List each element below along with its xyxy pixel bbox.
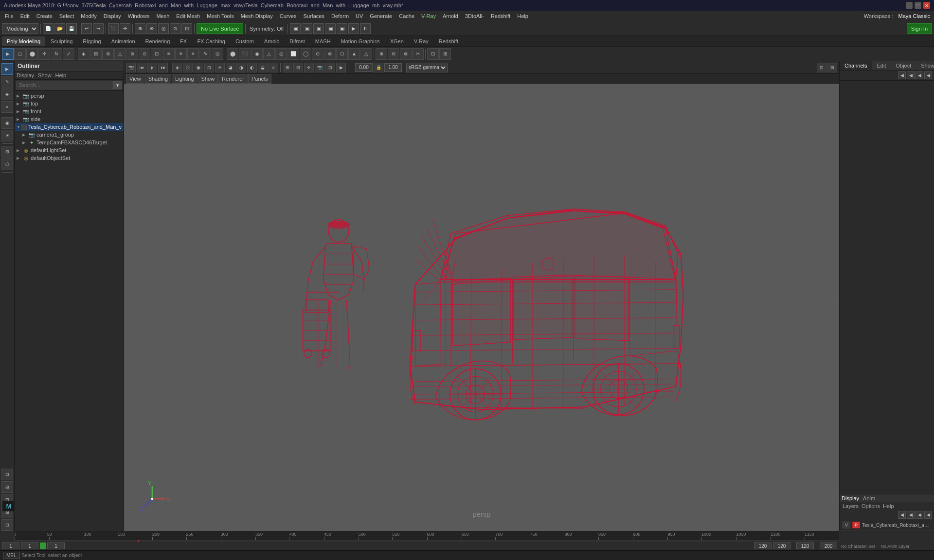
insert-edge-loop-tool[interactable]: ⊙: [139, 48, 150, 60]
tab-mash[interactable]: MASH: [310, 36, 336, 46]
render2-btn[interactable]: ▣: [302, 23, 312, 34]
move-tool[interactable]: ✛: [38, 48, 50, 60]
menu-mesh-tools[interactable]: Mesh Tools: [204, 12, 236, 20]
light-side-btn[interactable]: ☀: [1, 130, 13, 141]
timeline-range-handle[interactable]: [40, 542, 46, 549]
lasso-tool[interactable]: ◻: [14, 48, 26, 60]
tab-motion-graphics[interactable]: Motion Graphics: [336, 36, 385, 46]
menu-cache[interactable]: Cache: [396, 12, 417, 20]
show-tab[interactable]: Show: [916, 61, 934, 70]
timeline-start-frame-input[interactable]: [2, 542, 19, 549]
tab-xgen[interactable]: XGen: [385, 36, 409, 46]
tree-item-default-object-set[interactable]: ▶ ◎ defaultObjectSet: [15, 154, 124, 162]
rp-expand-btn[interactable]: ◀: [898, 71, 906, 79]
channels-tab[interactable]: Channels: [840, 61, 872, 70]
tab-rigging[interactable]: Rigging: [78, 36, 106, 46]
tree-item-tempcam[interactable]: ▶ ✦ TempCamFBXASCD46Target: [15, 139, 124, 146]
shading-side-btn[interactable]: ◉: [1, 117, 13, 129]
layer-new-btn[interactable]: ◀: [898, 511, 906, 519]
layers-menu[interactable]: Layers: [843, 503, 859, 509]
uv-editor-tool[interactable]: ⊡: [427, 48, 439, 60]
vp-ao-btn[interactable]: ◑: [236, 63, 246, 72]
tree-item-default-light-set[interactable]: ▶ ◎ defaultLightSet: [15, 146, 124, 154]
vp-lighting-menu[interactable]: Lighting: [172, 74, 198, 84]
plane-tool[interactable]: ⬜: [287, 48, 299, 60]
edit-tab[interactable]: Edit: [872, 61, 891, 70]
layer-options-btn[interactable]: ◀: [916, 511, 923, 519]
snap3-btn[interactable]: ◎: [158, 23, 169, 34]
menu-mesh-display[interactable]: Mesh Display: [238, 12, 276, 20]
menu-select[interactable]: Select: [56, 12, 77, 20]
vp-dof-btn[interactable]: ◒: [258, 63, 268, 72]
vp-smooth-btn[interactable]: ◉: [194, 63, 203, 72]
vp-view-menu[interactable]: View: [126, 74, 144, 84]
sculpt-tool[interactable]: ✎: [199, 48, 211, 60]
new-scene-btn[interactable]: 📄: [43, 23, 54, 34]
vp-prev-frame-btn[interactable]: ⏮: [137, 63, 146, 72]
menu-vray[interactable]: V-Ray: [418, 12, 439, 20]
minimize-button[interactable]: —: [906, 2, 913, 9]
grid-side-btn[interactable]: ⊞: [1, 146, 13, 158]
select-mode-side-btn[interactable]: ▶: [1, 63, 13, 75]
tab-animation[interactable]: Animation: [107, 36, 140, 46]
menu-create[interactable]: Create: [34, 12, 55, 20]
vp-wireframe-btn[interactable]: ⬡: [183, 63, 193, 72]
timeline-end-frame-input[interactable]: [773, 542, 790, 549]
tab-bifrost[interactable]: Bifrost: [285, 36, 310, 46]
vp-next-frame-btn[interactable]: ⏭: [158, 63, 168, 72]
scale-tool[interactable]: ⤢: [63, 48, 74, 60]
slide-edge-tool[interactable]: ≡: [175, 48, 187, 60]
sculpt-side-btn[interactable]: ◈: [1, 88, 13, 100]
vp-gamma-input2[interactable]: [384, 63, 402, 72]
vp-frame-btn[interactable]: ⊡: [325, 63, 335, 72]
snap2-btn[interactable]: ⊗: [146, 23, 157, 34]
tree-item-top[interactable]: ▶ 📷 top: [15, 100, 124, 107]
vp-shading-menu[interactable]: Shading: [145, 74, 171, 84]
sphere-tool[interactable]: ⬤: [227, 48, 238, 60]
rp-lock-btn[interactable]: ◀: [916, 71, 923, 79]
mode-select[interactable]: Modeling: [2, 23, 38, 34]
snap4-btn[interactable]: ⊙: [170, 23, 180, 34]
outliner-show-menu[interactable]: Show: [38, 72, 52, 78]
render4-btn[interactable]: ▣: [325, 23, 336, 34]
vp-heads-up-btn[interactable]: ⊟: [293, 63, 303, 72]
outliner-search-input[interactable]: [17, 81, 114, 89]
vp-show-menu[interactable]: Show: [198, 74, 218, 84]
menu-file[interactable]: File: [2, 12, 17, 20]
redo-btn[interactable]: ↪: [93, 23, 104, 34]
tree-item-tesla-group[interactable]: ▼ ⬛ Tesla_Cybercab_Robotaxi_and_Man_v: [15, 123, 124, 131]
menu-display[interactable]: Display: [101, 12, 124, 20]
rp-settings-btn[interactable]: ◀: [924, 71, 932, 79]
tab-redshift[interactable]: Redshift: [434, 36, 463, 46]
vp-gamma-input1[interactable]: [355, 63, 373, 72]
timeline-current-display-input[interactable]: [47, 542, 65, 549]
helix-tool[interactable]: ⊗: [324, 48, 336, 60]
snap1-btn[interactable]: ⊕: [135, 23, 145, 34]
menu-help[interactable]: Help: [514, 12, 531, 20]
extrude-tool[interactable]: ◈: [78, 48, 90, 60]
layer-visibility-btn[interactable]: V: [843, 522, 850, 528]
bridge-tool[interactable]: ⊞: [90, 48, 102, 60]
vp-grid-btn[interactable]: ⊞: [283, 63, 292, 72]
timeline-end-range-input[interactable]: [754, 542, 772, 549]
vp-render-btn[interactable]: ▶: [336, 63, 346, 72]
timeline-max-frame-input[interactable]: [820, 542, 837, 549]
pipe-tool[interactable]: ⊙: [312, 48, 323, 60]
torus-tool[interactable]: ◎: [275, 48, 287, 60]
tree-item-camera1-group[interactable]: ▶ 📷 camera1_group: [15, 131, 124, 139]
tab-poly-modeling[interactable]: Poly Modeling: [2, 36, 45, 46]
paint-mode-side-btn[interactable]: ✎: [1, 76, 13, 88]
rp-shrink-btn[interactable]: ◀: [907, 71, 915, 79]
disk-tool[interactable]: ◯: [300, 48, 311, 60]
cloth-side-btn[interactable]: ≡: [1, 101, 13, 113]
menu-generate[interactable]: Generate: [367, 12, 395, 20]
layer-item[interactable]: V P Tesla_Cybercab_Robotaxi_and_...: [840, 520, 934, 531]
anim1-btn[interactable]: ▶: [348, 23, 359, 34]
maximize-button[interactable]: □: [915, 2, 921, 9]
paint-select-tool[interactable]: ⬤: [26, 48, 38, 60]
tab-custom[interactable]: Custom: [231, 36, 259, 46]
outliner-display-menu[interactable]: Display: [17, 72, 34, 78]
outliner-search-expand-btn[interactable]: ▾: [114, 81, 122, 89]
bool-union-tool[interactable]: ⊕: [376, 48, 387, 60]
wireframe-side-btn[interactable]: ⬡: [1, 158, 13, 170]
